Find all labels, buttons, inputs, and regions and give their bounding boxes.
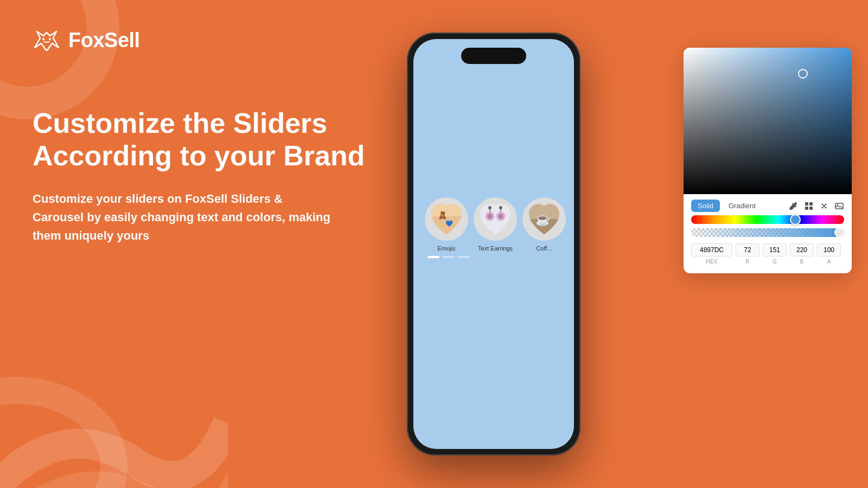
b-input[interactable] [790,243,814,256]
tab-solid[interactable]: Solid [691,200,720,212]
svg-point-14 [488,206,492,209]
svg-point-23 [822,203,824,205]
svg-point-10 [488,214,492,219]
image-icon[interactable] [834,201,844,211]
coffee-thumbnail: ☕ [522,197,566,241]
slider-item-emojis: 🧸 💙 Emojis [422,197,471,252]
svg-text:☕: ☕ [535,212,551,227]
palette-icon[interactable] [819,201,829,211]
grid-icon[interactable] [804,201,814,211]
phone-screen: 🧸 💙 Emojis [413,39,574,449]
hue-thumb[interactable] [790,214,801,225]
slider-item-text-earrings: Text Earrings [471,197,520,252]
text-earrings-thumbnail [474,197,517,241]
emojis-thumbnail: 🧸 💙 [425,197,468,241]
sub-text: Customize your sliders on FoxSell Slider… [33,190,336,245]
hue-track[interactable] [691,215,844,224]
dynamic-island [461,48,526,64]
hex-input[interactable] [691,243,732,256]
a-input[interactable] [817,243,841,256]
g-input-group: G [763,243,787,265]
tab-gradient[interactable]: Gradient [722,200,762,212]
slider-strip: 🧸 💙 Emojis [413,191,574,265]
svg-text:🧸: 🧸 [438,211,448,220]
svg-point-2 [49,38,51,40]
emojis-label: Emojis [437,245,455,252]
deco-curve-bottom [0,260,228,488]
svg-point-1 [42,38,44,40]
svg-point-25 [822,207,824,208]
coffee-label: Coff... [536,245,552,252]
hex-label: HEX [706,259,717,265]
svg-rect-21 [805,207,808,210]
a-label: A [827,259,831,265]
color-picker-panel: Solid Gradient [684,48,852,273]
picker-tabs: Solid Gradient [684,194,852,215]
text-earrings-label: Text Earrings [478,245,513,252]
g-label: G [773,259,777,265]
b-label: B [800,259,804,265]
svg-rect-20 [809,202,813,206]
alpha-thumb[interactable] [834,228,844,237]
slider-dots [413,252,574,260]
right-panel: 🧸 💙 Emojis [380,0,868,488]
svg-point-15 [499,206,502,209]
r-input[interactable] [736,243,760,256]
svg-rect-22 [809,207,813,210]
svg-point-29 [837,204,838,205]
dot-1 [427,256,439,258]
phone-mockup: 🧸 💙 Emojis [407,33,580,455]
svg-point-11 [499,214,503,219]
slider-item-coffee: ☕ Coff... [520,197,569,252]
svg-point-26 [825,207,827,208]
a-input-group: A [817,243,841,265]
gradient-cursor [798,69,808,79]
color-gradient-canvas[interactable] [684,48,852,194]
dot-3 [458,256,470,258]
alpha-slider[interactable] [684,228,852,237]
dot-2 [443,256,455,258]
r-label: R [745,259,750,265]
picker-tools [789,201,844,211]
hex-input-group: HEX [691,243,732,265]
r-input-group: R [736,243,760,265]
main-heading: Customize the Sliders According to your … [33,107,369,172]
svg-point-0 [0,390,114,488]
foxsell-logo-icon [33,27,61,53]
phone-shell: 🧸 💙 Emojis [407,33,580,455]
svg-point-27 [823,205,825,207]
svg-rect-7 [474,197,517,241]
brand-name: FoxSell [68,29,140,52]
svg-text:💙: 💙 [445,220,453,227]
alpha-track[interactable] [691,228,844,237]
logo-row: FoxSell [33,27,369,53]
slider-items: 🧸 💙 Emojis [413,197,574,252]
eyedropper-icon[interactable] [789,201,799,211]
color-inputs: HEX R G B A [684,243,852,265]
left-panel: FoxSell Customize the Sliders According … [33,27,369,245]
hue-slider[interactable] [684,215,852,224]
svg-rect-19 [805,202,808,206]
svg-point-24 [825,203,827,205]
g-input[interactable] [763,243,787,256]
b-input-group: B [790,243,814,265]
